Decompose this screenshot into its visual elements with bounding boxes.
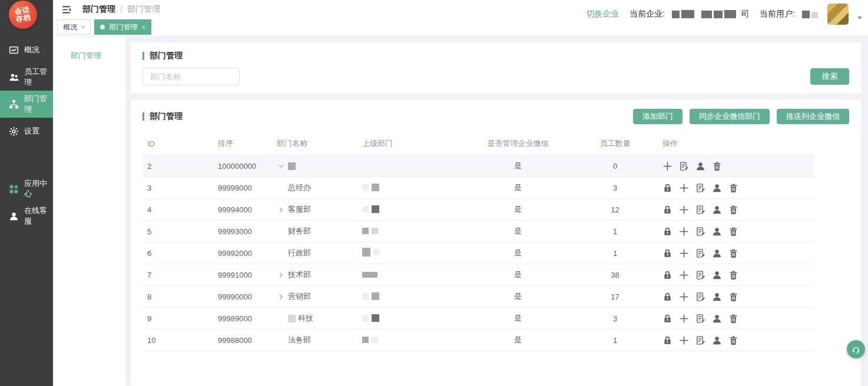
lock-icon[interactable] [662, 248, 672, 258]
breadcrumb-root[interactable]: 部门管理 [82, 4, 115, 15]
members-icon[interactable] [695, 161, 705, 171]
delete-icon[interactable] [728, 270, 738, 280]
tab-overview[interactable]: 概况 × [57, 19, 91, 35]
delete-icon[interactable] [728, 248, 738, 258]
table-row[interactable]: 3 99999000 总经办 是 3 [143, 177, 814, 199]
add-child-icon[interactable] [679, 248, 689, 258]
chevron-right-icon[interactable] [277, 271, 286, 279]
lock-icon[interactable] [662, 227, 672, 237]
sync-wecom-departments-button[interactable]: 同步企业微信部门 [690, 109, 770, 124]
add-child-icon[interactable] [679, 205, 689, 215]
chevron-right-icon[interactable] [277, 292, 286, 301]
delete-icon[interactable] [728, 205, 738, 215]
search-button[interactable]: 搜索 [810, 68, 849, 85]
redacted-parent-department [362, 272, 377, 278]
edit-icon[interactable] [695, 314, 705, 324]
department-table-panel: 部门管理 添加部门 同步企业微信部门 推送到企业微信 [131, 99, 861, 386]
department-name-input[interactable] [143, 68, 240, 85]
edit-icon[interactable] [695, 227, 705, 237]
lock-icon[interactable] [662, 314, 672, 324]
edit-icon[interactable] [695, 248, 705, 258]
sidebar-item-app-center[interactable]: 应用中心 [0, 175, 53, 202]
user-avatar[interactable] [827, 4, 849, 25]
department-name: 营销部 [288, 291, 311, 302]
members-icon[interactable] [712, 270, 722, 280]
table-header-row: ID 排序 部门名称 上级部门 是否管理企业微信 员工数量 操作 [143, 132, 814, 155]
lock-icon[interactable] [662, 292, 672, 302]
add-child-icon[interactable] [679, 183, 689, 193]
redacted-company-name [672, 10, 736, 18]
active-tab-dot-icon [100, 25, 105, 29]
table-panel-title: 部门管理 [150, 111, 183, 122]
edit-icon[interactable] [695, 335, 705, 345]
edit-icon[interactable] [695, 292, 705, 302]
submenu-item-department-management[interactable]: 部门管理 [53, 47, 126, 65]
tab-department-management[interactable]: 部门管理 × [94, 19, 151, 35]
close-icon[interactable]: × [81, 24, 85, 31]
sidebar-item-staff-management[interactable]: 员工管理 [0, 64, 53, 91]
table-row[interactable]: 2 100000000 是 0 [143, 155, 814, 177]
redacted-parent-department [362, 184, 379, 191]
sidebar-item-settings[interactable]: 设置 [0, 118, 53, 145]
brand-logo: 会话 存档 [0, 0, 53, 36]
table-row[interactable]: 5 99993000 财务部 是 1 [143, 221, 814, 242]
breadcrumb-separator: / [120, 5, 122, 14]
members-icon[interactable] [712, 227, 722, 237]
sidebar-item-label: 在线客服 [24, 205, 53, 227]
switch-company-link[interactable]: 切换企业 [586, 9, 619, 19]
add-child-icon[interactable] [662, 161, 672, 171]
col-parent: 上级部门 [357, 132, 463, 155]
lock-icon[interactable] [662, 335, 672, 345]
close-icon[interactable]: × [141, 24, 145, 31]
redacted-parent-department [362, 292, 379, 300]
members-icon[interactable] [712, 292, 722, 302]
members-icon[interactable] [712, 248, 722, 258]
logo-text-line2: 存档 [15, 14, 32, 23]
lock-icon[interactable] [662, 183, 672, 193]
edit-icon[interactable] [695, 270, 705, 280]
edit-icon[interactable] [679, 161, 689, 171]
sidebar-item-department-management[interactable]: 部门管理 [0, 91, 53, 118]
add-child-icon[interactable] [679, 270, 689, 280]
add-child-icon[interactable] [679, 292, 689, 302]
overview-chart-icon [9, 45, 19, 55]
sidebar-item-online-service[interactable]: 在线客服 [0, 202, 53, 229]
caret-down-icon[interactable] [857, 16, 862, 19]
members-icon[interactable] [712, 205, 722, 215]
sidebar-fold-icon[interactable] [60, 4, 72, 15]
sidebar-spacer [0, 145, 53, 175]
sidebar-item-overview[interactable]: 概况 [0, 36, 53, 64]
delete-icon[interactable] [728, 335, 738, 345]
edit-icon[interactable] [695, 183, 705, 193]
delete-icon[interactable] [728, 183, 738, 193]
delete-icon[interactable] [712, 161, 722, 171]
table-row[interactable]: 6 99992000 行政部 是 1 [143, 242, 814, 264]
members-icon[interactable] [712, 183, 722, 193]
add-child-icon[interactable] [679, 227, 689, 237]
sidebar-item-label: 员工管理 [24, 66, 53, 88]
chevron-down-icon[interactable] [277, 162, 286, 171]
add-child-icon[interactable] [679, 335, 689, 345]
table-row[interactable]: 4 99994000 客服部 是 12 [143, 199, 814, 221]
table-row[interactable]: 9 99989000 科技 是 3 [143, 308, 814, 330]
customer-service-button[interactable] [847, 340, 865, 358]
lock-icon[interactable] [662, 270, 672, 280]
edit-icon[interactable] [695, 205, 705, 215]
delete-icon[interactable] [728, 314, 738, 324]
tab-label: 概况 [63, 22, 77, 32]
push-to-wecom-button[interactable]: 推送到企业微信 [777, 109, 849, 124]
lock-icon[interactable] [662, 205, 672, 215]
tab-label: 部门管理 [109, 22, 137, 32]
chevron-right-icon[interactable] [277, 205, 286, 214]
delete-icon[interactable] [728, 227, 738, 237]
sidebar-item-label: 概况 [24, 45, 39, 55]
add-department-button[interactable]: 添加部门 [633, 109, 683, 124]
members-icon[interactable] [712, 335, 722, 345]
redacted-name-prefix [288, 315, 296, 322]
add-child-icon[interactable] [679, 314, 689, 324]
delete-icon[interactable] [728, 292, 738, 302]
table-row[interactable]: 10 99988000 法务部 是 1 [143, 330, 814, 351]
table-row[interactable]: 8 99990000 营销部 是 17 [143, 286, 814, 308]
table-row[interactable]: 7 99991000 技术部 是 38 [143, 264, 814, 286]
members-icon[interactable] [712, 314, 722, 324]
